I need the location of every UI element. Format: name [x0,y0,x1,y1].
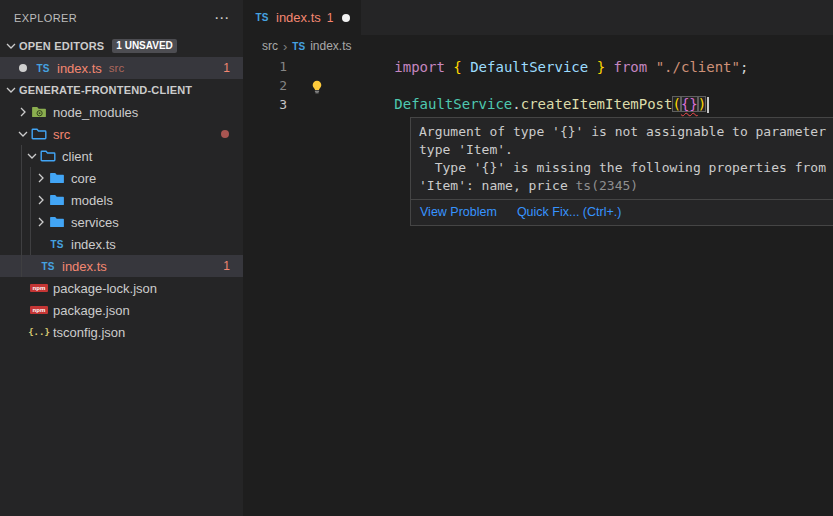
chevron-down-icon [3,82,19,98]
sidebar-header: EXPLORER ⋯ [0,0,243,35]
code-editor[interactable]: 1 import { DefaultService } from "./clie… [243,57,833,114]
explorer-title: EXPLORER [14,12,77,24]
chevron-right-icon [15,104,31,120]
tab-label: index.ts [276,10,321,25]
folder-icon [49,192,65,208]
tree-item-models[interactable]: models [0,189,243,211]
tree-item-label: package-lock.json [53,281,157,296]
tree-item-label: tsconfig.json [53,325,125,340]
chevron-right-icon [33,192,49,208]
chevron-right-icon [33,214,49,230]
tree-item-tsconfig-json[interactable]: {..} tsconfig.json [0,321,243,343]
tab-bar: TS index.ts 1 [243,0,833,35]
tree-item-src[interactable]: src [0,123,243,145]
error-count-badge: 1 [223,259,230,273]
typescript-file-icon: TS [40,258,56,274]
error-message: Argument of type '{}' is not assignable … [411,118,833,199]
unsaved-dot-icon[interactable] [342,14,350,22]
workspace-name: GENERATE-FRONTEND-CLIENT [19,84,192,96]
code-line-1: 1 import { DefaultService } from "./clie… [243,57,833,76]
tree-item-node-modules[interactable]: node_modules [0,101,243,123]
indent-guide [30,167,31,255]
view-problem-link[interactable]: View Problem [420,205,497,219]
typescript-file-icon: TS [292,41,305,52]
tree-item-label: index.ts [62,259,107,274]
tab-index-ts[interactable]: TS index.ts 1 [243,0,361,35]
tab-error-count: 1 [327,11,334,25]
tree-item-label: services [71,215,119,230]
json-file-icon: {..} [31,324,47,340]
error-squiggle: {} [681,96,698,112]
tree-item-label: package.json [53,303,130,318]
tree-item-package-lock-json[interactable]: npm package-lock.json [0,277,243,299]
open-editor-item-index-ts[interactable]: TS index.ts src 1 [0,57,243,79]
quick-fix-link[interactable]: Quick Fix... (Ctrl+.) [517,205,622,219]
open-editors-header[interactable]: OPEN EDITORS 1 UNSAVED [0,35,243,57]
error-code: ts(2345) [576,178,639,193]
folder-open-icon [31,126,47,142]
editor-area: TS index.ts 1 src › TS index.ts 1 import… [243,0,833,516]
chevron-down-icon [24,148,40,164]
tree-item-label: src [53,127,70,142]
unsaved-badge: 1 UNSAVED [112,39,177,53]
tree-item-core[interactable]: core [0,167,243,189]
folder-open-icon [40,148,56,164]
folder-error-dot [221,130,229,138]
breadcrumb-folder[interactable]: src [262,39,278,53]
tooltip-actions: View Problem Quick Fix... (Ctrl+.) [411,199,833,225]
node-modules-folder-icon [31,104,47,120]
line-number: 2 [243,78,287,93]
vscode-window: EXPLORER ⋯ OPEN EDITORS 1 UNSAVED TS ind… [0,0,833,516]
tree-item-label: core [71,171,96,186]
error-tooltip: Argument of type '{}' is not assignable … [410,117,833,226]
error-count-badge: 1 [223,61,230,75]
code-line-3: 3 DefaultService.createItemItemPost({}) [243,95,833,114]
typescript-file-icon: TS [35,63,51,74]
indent-guide [21,145,22,277]
tree-item-client[interactable]: client [0,145,243,167]
npm-file-icon: npm [31,280,47,296]
text-cursor [707,97,709,113]
modified-dot-icon[interactable] [19,64,27,72]
tree-item-index-ts-src[interactable]: TS index.ts 1 [0,255,243,277]
chevron-down-icon [15,126,31,142]
typescript-file-icon: TS [49,236,65,252]
open-editor-filename: index.ts [57,61,102,76]
tree-item-package-json[interactable]: npm package.json [0,299,243,321]
explorer-sidebar: EXPLORER ⋯ OPEN EDITORS 1 UNSAVED TS ind… [0,0,243,516]
tree-item-services[interactable]: services [0,211,243,233]
more-actions-icon[interactable]: ⋯ [214,10,229,25]
file-tree: node_modules src client [0,101,243,343]
open-editor-path: src [109,62,124,74]
npm-file-icon: npm [31,302,47,318]
breadcrumb-separator-icon: › [283,39,287,54]
chevron-down-icon [3,38,19,54]
tree-item-label: models [71,193,113,208]
tree-item-label: client [62,149,92,164]
tree-item-index-ts-client[interactable]: TS index.ts [0,233,243,255]
folder-icon [49,170,65,186]
tree-item-label: index.ts [71,237,116,252]
open-editors-label: OPEN EDITORS [19,40,104,52]
line-number: 1 [243,59,287,74]
typescript-file-icon: TS [254,12,270,23]
workspace-section-header[interactable]: GENERATE-FRONTEND-CLIENT [0,79,243,101]
folder-icon [49,214,65,230]
line-number-active: 3 [243,97,287,112]
chevron-right-icon [33,170,49,186]
tree-item-label: node_modules [53,105,138,120]
